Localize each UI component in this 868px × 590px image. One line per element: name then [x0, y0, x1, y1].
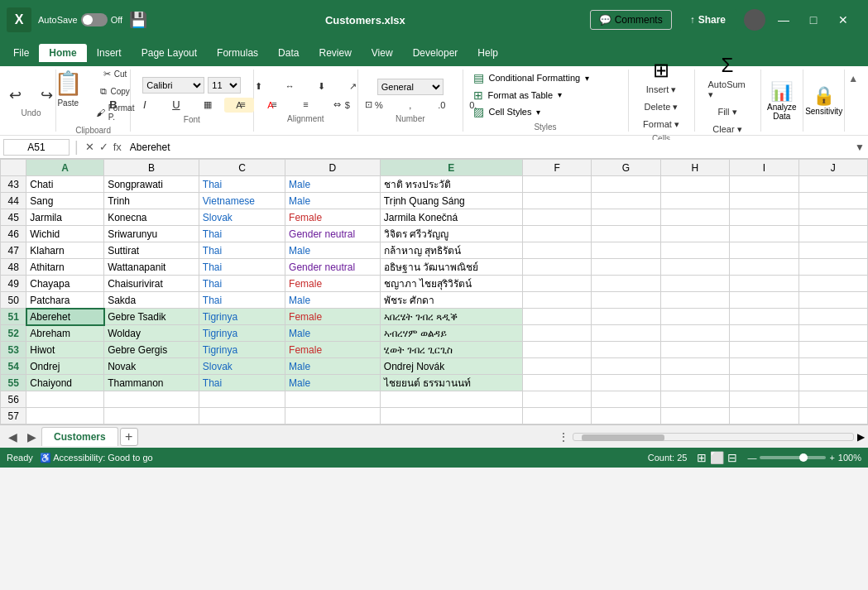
col-header-B[interactable]: B: [104, 160, 199, 176]
font-name-select[interactable]: Calibri: [142, 77, 204, 94]
table-cell[interactable]: Thai: [199, 226, 285, 242]
table-cell[interactable]: Male: [285, 358, 381, 375]
table-cell[interactable]: [730, 391, 798, 408]
comma-button[interactable]: ,: [396, 98, 425, 113]
table-cell[interactable]: อธิษฐาน วัฒนาพณิชย์: [380, 259, 522, 276]
tab-view[interactable]: View: [362, 44, 403, 62]
table-cell[interactable]: Female: [285, 342, 381, 358]
table-cell[interactable]: [798, 309, 867, 325]
zoom-track[interactable]: [760, 456, 826, 459]
table-cell[interactable]: [522, 309, 591, 325]
tab-data[interactable]: Data: [268, 44, 309, 62]
page-layout-view-button[interactable]: ⬜: [710, 451, 724, 464]
tab-help[interactable]: Help: [468, 44, 508, 62]
table-cell[interactable]: Gender neutral: [285, 259, 381, 276]
table-cell[interactable]: Gebre Tsadik: [104, 309, 199, 325]
table-cell[interactable]: [522, 292, 591, 309]
table-cell[interactable]: ชาติ ทรงประวัติ: [380, 176, 522, 193]
col-header-E[interactable]: E: [380, 160, 522, 176]
table-cell[interactable]: [199, 408, 285, 425]
table-cell[interactable]: Wattanapanit: [104, 259, 199, 276]
comments-button[interactable]: 💬 Comments: [590, 10, 672, 30]
row-number[interactable]: 51: [1, 309, 26, 325]
format-as-table-button[interactable]: ⊞ Format as Table ▾: [470, 87, 621, 103]
table-cell[interactable]: Female: [285, 309, 381, 325]
table-cell[interactable]: [798, 193, 867, 209]
table-cell[interactable]: Songprawati: [104, 176, 199, 193]
align-center-button[interactable]: ≡: [259, 97, 289, 113]
row-number[interactable]: 43: [1, 176, 26, 193]
sheet-options-icon[interactable]: ⋮: [558, 430, 569, 444]
table-cell[interactable]: Aberehet: [26, 309, 104, 325]
cell-styles-button[interactable]: ▨ Cell Styles ▾: [470, 103, 621, 120]
table-cell[interactable]: Tigrinya: [199, 325, 285, 342]
table-cell[interactable]: [660, 342, 729, 358]
confirm-formula-button[interactable]: ✓: [98, 141, 110, 153]
align-right-button[interactable]: ≡: [290, 97, 320, 113]
tab-file[interactable]: File: [3, 44, 39, 62]
table-cell[interactable]: Thammanon: [104, 375, 199, 391]
table-cell[interactable]: [798, 325, 867, 342]
table-cell[interactable]: Slovak: [199, 358, 285, 375]
table-cell[interactable]: Thai: [199, 292, 285, 309]
table-cell[interactable]: Male: [285, 242, 381, 259]
sheet-tab-customers[interactable]: Customers: [41, 427, 118, 446]
table-cell[interactable]: [592, 276, 660, 292]
fill-button[interactable]: Fill ▾: [703, 104, 752, 120]
page-break-view-button[interactable]: ⊟: [727, 451, 737, 464]
table-cell[interactable]: [660, 408, 729, 425]
table-cell[interactable]: [522, 375, 591, 391]
table-cell[interactable]: [660, 276, 729, 292]
undo-button[interactable]: ↩: [1, 84, 31, 107]
table-cell[interactable]: [592, 325, 660, 342]
table-cell[interactable]: [522, 408, 591, 425]
table-cell[interactable]: Sriwarunyu: [104, 226, 199, 242]
col-header-A[interactable]: A: [26, 160, 104, 176]
add-sheet-button[interactable]: +: [120, 428, 138, 446]
table-cell[interactable]: Vietnamese: [199, 193, 285, 209]
table-cell[interactable]: [592, 342, 660, 358]
border-button[interactable]: ▦: [193, 97, 223, 113]
table-cell[interactable]: Hiwot: [26, 342, 104, 358]
number-format-select[interactable]: General: [377, 79, 444, 95]
table-cell[interactable]: [730, 358, 798, 375]
table-cell[interactable]: Jarmila Konečná: [380, 209, 522, 226]
table-cell[interactable]: [660, 242, 729, 259]
table-cell[interactable]: [730, 309, 798, 325]
table-cell[interactable]: Ondrej Novák: [380, 358, 522, 375]
table-cell[interactable]: Chaisurivirat: [104, 276, 199, 292]
table-cell[interactable]: [104, 408, 199, 425]
table-cell[interactable]: Male: [285, 375, 381, 391]
table-cell[interactable]: Konecna: [104, 209, 199, 226]
bold-button[interactable]: B: [98, 96, 128, 113]
table-cell[interactable]: Klaharn: [26, 242, 104, 259]
table-cell[interactable]: Wichid: [26, 226, 104, 242]
table-cell[interactable]: [522, 242, 591, 259]
table-cell[interactable]: [522, 226, 591, 242]
table-cell[interactable]: Tigrinya: [199, 309, 285, 325]
table-cell[interactable]: [592, 358, 660, 375]
corner-cell[interactable]: [1, 160, 26, 176]
table-cell[interactable]: [660, 309, 729, 325]
table-cell[interactable]: Sang: [26, 193, 104, 209]
table-cell[interactable]: Thai: [199, 276, 285, 292]
table-cell[interactable]: [592, 292, 660, 309]
align-top-button[interactable]: ⬆: [243, 79, 273, 94]
tab-review[interactable]: Review: [309, 44, 361, 62]
table-cell[interactable]: [798, 408, 867, 425]
minimize-button[interactable]: —: [772, 13, 795, 26]
table-cell[interactable]: Female: [285, 276, 381, 292]
table-cell[interactable]: [730, 408, 798, 425]
table-cell[interactable]: [730, 292, 798, 309]
table-cell[interactable]: Male: [285, 193, 381, 209]
row-number[interactable]: 47: [1, 242, 26, 259]
table-cell[interactable]: Abreham: [26, 325, 104, 342]
row-number[interactable]: 52: [1, 325, 26, 342]
table-cell[interactable]: [522, 176, 591, 193]
tab-formulas[interactable]: Formulas: [207, 44, 268, 62]
table-cell[interactable]: [798, 276, 867, 292]
sheet-nav-left[interactable]: ◀: [3, 430, 22, 444]
insert-function-button[interactable]: fx: [112, 141, 123, 153]
table-cell[interactable]: Wolday: [104, 325, 199, 342]
table-cell[interactable]: [730, 193, 798, 209]
